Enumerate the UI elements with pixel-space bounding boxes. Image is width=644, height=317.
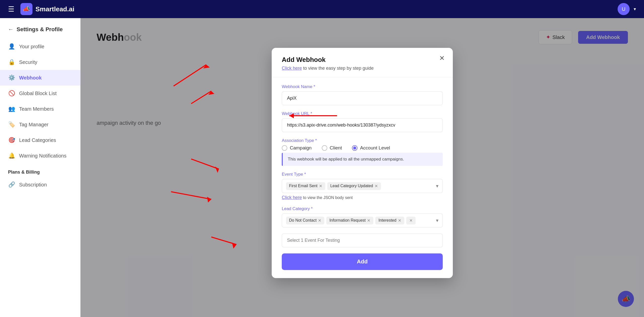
modal-body: Webhook Name * Webhook URL * Association… — [272, 77, 453, 278]
event-tag-lead-category: Lead Category Updated ✕ — [327, 182, 381, 190]
lead-tag-interested-label: Interested — [378, 218, 396, 223]
sidebar-label-team-members: Team Members — [19, 106, 54, 112]
webhook-url-group: Webhook URL * — [282, 111, 443, 132]
lead-category-input[interactable]: Do Not Contact ✕ Information Request ✕ I… — [282, 213, 443, 227]
lead-category-chevron-icon[interactable]: ▾ — [436, 217, 438, 223]
radio-client-label: Client — [330, 145, 342, 151]
lead-tag-do-not-contact: Do Not Contact ✕ — [286, 217, 324, 224]
lead-tag-info-label: Information Request — [329, 218, 366, 223]
modal-header: Add Webhook Click here to view the easy … — [272, 48, 453, 77]
radio-client-circle — [322, 145, 327, 151]
event-tag-first-email-remove[interactable]: ✕ — [319, 184, 322, 188]
lead-categories-icon: 🎯 — [8, 137, 15, 143]
sidebar-item-tag-manager[interactable]: 🏷️ Tag Manager — [0, 117, 80, 132]
block-list-icon: 🚫 — [8, 90, 15, 97]
event-tag-lead-category-label: Lead Category Updated — [330, 184, 373, 188]
radio-campaign-circle — [282, 145, 287, 151]
sidebar-label-global-block-list: Global Block List — [19, 91, 57, 96]
sidebar-item-webhook[interactable]: ⚙️ Webhook — [0, 70, 80, 86]
app-name: Smartlead.ai — [35, 5, 74, 13]
menu-icon[interactable]: ☰ — [8, 5, 14, 13]
add-button[interactable]: Add — [282, 253, 443, 270]
back-arrow-icon: ← — [8, 26, 14, 33]
logo-icon: 📣 — [20, 3, 32, 15]
modal-guide-text: Click here to view the easy step by step… — [282, 66, 443, 71]
sidebar-label-security: Security — [19, 59, 37, 65]
webhook-url-input[interactable] — [282, 118, 443, 132]
sidebar-label-your-profile: Your profile — [19, 44, 44, 50]
app-logo: 📣 Smartlead.ai — [20, 3, 74, 15]
sidebar-item-global-block-list[interactable]: 🚫 Global Block List — [0, 86, 80, 101]
radio-campaign[interactable]: Campaign — [282, 145, 312, 151]
main-layout: ← Settings & Profile 👤 Your profile 🔒 Se… — [0, 18, 644, 317]
event-tag-first-email: First Email Sent ✕ — [286, 182, 325, 190]
lead-tag-interested-remove[interactable]: ✕ — [398, 218, 401, 223]
webhook-url-label: Webhook URL * — [282, 111, 443, 116]
radio-client[interactable]: Client — [322, 145, 342, 151]
settings-title: Settings & Profile — [17, 26, 63, 33]
lead-tag-info-remove[interactable]: ✕ — [367, 218, 370, 223]
event-type-group: Event Type * First Email Sent ✕ Lead Cat… — [282, 172, 443, 200]
radio-account-label: Account Level — [360, 145, 390, 151]
sidebar-item-warning-notifications[interactable]: 🔔 Warning Notifications — [0, 148, 80, 164]
sidebar: ← Settings & Profile 👤 Your profile 🔒 Se… — [0, 18, 80, 317]
radio-account-circle — [352, 145, 357, 151]
json-link[interactable]: Click here — [282, 195, 302, 200]
nav-right: U ▾ — [618, 3, 636, 15]
webhook-name-label: Webhook Name * — [282, 84, 443, 89]
sidebar-item-security[interactable]: 🔒 Security — [0, 54, 80, 70]
sidebar-label-warning-notifications: Warning Notifications — [19, 153, 66, 159]
lead-tag-extra-x[interactable]: ✕ — [409, 218, 413, 223]
sidebar-label-subscription: Subscription — [19, 182, 47, 188]
association-type-label: Association Type * — [282, 138, 443, 143]
lead-tag-info-request: Information Request ✕ — [326, 217, 373, 224]
webhook-icon: ⚙️ — [8, 74, 15, 81]
sidebar-item-subscription[interactable]: 🔗 Subscription — [0, 177, 80, 192]
association-type-group: Association Type * Campaign Client Ac — [282, 138, 443, 166]
radio-campaign-label: Campaign — [290, 145, 312, 151]
settings-back[interactable]: ← Settings & Profile — [0, 26, 80, 39]
association-info-box: This webhook will be applied to all the … — [282, 153, 443, 166]
event-type-label: Event Type * — [282, 172, 443, 177]
top-navigation: ☰ 📣 Smartlead.ai U ▾ — [0, 0, 644, 18]
sidebar-label-tag-manager: Tag Manager — [19, 122, 49, 128]
content-area: Webhook ✦ Slack Add Webhook ampaign acti… — [80, 18, 644, 317]
sidebar-item-lead-categories[interactable]: 🎯 Lead Categories — [0, 132, 80, 148]
event-type-input[interactable]: First Email Sent ✕ Lead Category Updated… — [282, 179, 443, 193]
test-event-input[interactable] — [282, 233, 443, 247]
lead-tag-dnc-label: Do Not Contact — [289, 218, 316, 223]
avatar[interactable]: U — [618, 3, 630, 15]
security-icon: 🔒 — [8, 59, 15, 65]
warning-icon: 🔔 — [8, 152, 15, 159]
profile-icon: 👤 — [8, 43, 15, 50]
event-type-chevron-icon[interactable]: ▾ — [436, 183, 438, 189]
sidebar-label-lead-categories: Lead Categories — [19, 137, 56, 143]
add-webhook-modal: Add Webhook Click here to view the easy … — [272, 48, 453, 278]
avatar-chevron-icon[interactable]: ▾ — [634, 6, 636, 12]
lead-tag-extra: ✕ — [406, 217, 416, 224]
webhook-name-group: Webhook Name * — [282, 84, 443, 105]
json-link-text: Click here to view the JSON body sent — [282, 195, 443, 200]
guide-link[interactable]: Click here — [282, 66, 302, 71]
team-icon: 👥 — [8, 106, 15, 112]
test-event-group — [282, 233, 443, 247]
modal-title: Add Webhook — [282, 56, 443, 64]
webhook-name-input[interactable] — [282, 91, 443, 105]
tag-icon: 🏷️ — [8, 121, 15, 128]
lead-tag-dnc-remove[interactable]: ✕ — [318, 218, 321, 223]
radio-account-level[interactable]: Account Level — [352, 145, 390, 151]
subscription-icon: 🔗 — [8, 181, 15, 188]
sidebar-item-your-profile[interactable]: 👤 Your profile — [0, 39, 80, 54]
lead-tag-interested: Interested ✕ — [375, 217, 404, 224]
radio-group: Campaign Client Account Level — [282, 145, 443, 151]
modal-close-button[interactable]: ✕ — [439, 55, 445, 61]
lead-category-label: Lead Category * — [282, 206, 443, 211]
event-tag-lead-category-remove[interactable]: ✕ — [375, 184, 378, 188]
event-tag-first-email-label: First Email Sent — [289, 184, 317, 188]
sidebar-label-webhook: Webhook — [19, 75, 42, 81]
modal-subtitle: to view the easy step by step guide — [302, 66, 374, 71]
sidebar-item-team-members[interactable]: 👥 Team Members — [0, 101, 80, 117]
lead-category-group: Lead Category * Do Not Contact ✕ Informa… — [282, 206, 443, 227]
plans-billing-label: Plans & Billing — [0, 164, 80, 177]
